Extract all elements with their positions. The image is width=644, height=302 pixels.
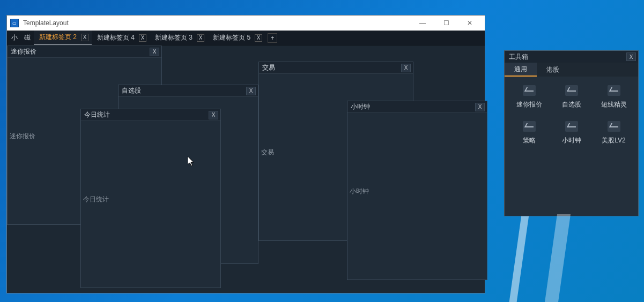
main-window: ▭ TemplateLayout — ☐ ✕ 小 磁 新建标签页 2 X 新建标… (6, 15, 485, 293)
tabstrip: 小 磁 新建标签页 2 X 新建标签页 4 X 新建标签页 3 X 新建标签页 … (7, 31, 485, 46)
tab-label: 新建标签页 5 (213, 33, 250, 42)
panel-header[interactable]: 小时钟 X (347, 101, 487, 113)
toolbox-header[interactable]: 工具箱 X (505, 51, 638, 63)
tool-label: 短线精灵 (601, 100, 627, 109)
window-title: TemplateLayout (23, 19, 69, 27)
panel-close-icon[interactable]: X (150, 48, 159, 56)
tab-label: 新建标签页 4 (97, 33, 135, 42)
panel-header[interactable]: 自选股 X (119, 85, 258, 97)
tab-close-icon[interactable]: X (255, 34, 262, 42)
chart-icon (565, 85, 578, 96)
tab-new-4[interactable]: 新建标签页 4 X (92, 31, 150, 45)
tool-item-us-lv2[interactable]: 美股LV2 (593, 121, 635, 145)
toolbox-close-icon[interactable]: X (626, 52, 636, 61)
panel-body-label: 交易 (261, 148, 274, 157)
toolbox-tab-label: 通用 (514, 65, 527, 74)
panel-small-clock[interactable]: 小时钟 X 小时钟 (347, 101, 487, 280)
panel-body: 小时钟 (347, 113, 487, 119)
tabstrip-btn-magnet[interactable]: 磁 (21, 33, 34, 42)
tab-new-5[interactable]: 新建标签页 5 X (208, 31, 265, 45)
tool-item-small-clock[interactable]: 小时钟 (550, 121, 593, 145)
tab-label: 新建标签页 2 (39, 33, 77, 42)
tab-new-3[interactable]: 新建标签页 3 X (150, 31, 208, 45)
panel-title: 今日统计 (84, 110, 209, 119)
tool-label: 美股LV2 (602, 136, 625, 145)
toolbox-tabs: 通用 港股 (505, 63, 638, 77)
toolbox-window[interactable]: 工具箱 X 通用 港股 迷你报价 自选股 短线精灵 策略 小时钟 美股LV2 (504, 50, 639, 216)
close-button[interactable]: ✕ (458, 16, 482, 31)
panel-title: 交易 (262, 63, 401, 72)
panel-today-stats[interactable]: 今日统计 X 今日统计 (80, 109, 221, 288)
toolbox-grid: 迷你报价 自选股 短线精灵 策略 小时钟 美股LV2 (505, 77, 638, 154)
chart-icon (565, 121, 578, 132)
app-icon: ▭ (10, 19, 19, 27)
tab-close-icon[interactable]: X (197, 34, 204, 42)
tool-label: 策略 (523, 136, 536, 145)
minimize-button[interactable]: — (411, 16, 434, 31)
panel-close-icon[interactable]: X (246, 87, 256, 95)
panel-body: 今日统计 (81, 121, 220, 127)
panel-body: 迷你报价 (8, 58, 161, 64)
panel-title: 小时钟 (351, 102, 475, 111)
tool-label: 小时钟 (562, 136, 581, 145)
panel-close-icon[interactable]: X (401, 64, 411, 72)
add-tab-button[interactable]: + (268, 33, 277, 43)
panel-body: 交易 (259, 74, 413, 80)
panel-body (119, 97, 258, 103)
chart-icon (523, 85, 536, 96)
panel-header[interactable]: 迷你报价 X (8, 46, 161, 58)
panel-body-label: 小时钟 (350, 187, 369, 196)
panel-title: 迷你报价 (11, 47, 150, 56)
chart-icon (608, 121, 620, 132)
tool-item-shortline[interactable]: 短线精灵 (593, 85, 635, 109)
maximize-button[interactable]: ☐ (434, 16, 458, 31)
tool-item-strategy[interactable]: 策略 (508, 121, 550, 145)
toolbox-title: 工具箱 (509, 52, 626, 62)
tab-new-2[interactable]: 新建标签页 2 X (34, 31, 92, 45)
panel-body-label: 迷你报价 (10, 132, 35, 141)
panel-body-label: 今日统计 (83, 195, 109, 204)
toolbox-tab-hk[interactable]: 港股 (537, 63, 569, 77)
tool-label: 迷你报价 (516, 100, 542, 109)
toolbox-tab-label: 港股 (546, 65, 559, 74)
tool-item-mini-quote[interactable]: 迷你报价 (508, 85, 550, 109)
tabstrip-btn-small[interactable]: 小 (8, 33, 21, 42)
panel-close-icon[interactable]: X (475, 103, 485, 111)
tab-label: 新建标签页 3 (155, 33, 193, 42)
titlebar: ▭ TemplateLayout — ☐ ✕ (7, 16, 485, 31)
tab-close-icon[interactable]: X (81, 34, 88, 41)
panel-title: 自选股 (122, 86, 246, 95)
tool-item-watchlist[interactable]: 自选股 (550, 85, 593, 109)
tool-label: 自选股 (562, 100, 581, 109)
panel-close-icon[interactable]: X (209, 111, 218, 119)
toolbox-tab-general[interactable]: 通用 (505, 63, 537, 77)
panel-header[interactable]: 交易 X (259, 62, 413, 74)
tab-close-icon[interactable]: X (139, 34, 146, 42)
chart-icon (523, 121, 536, 132)
canvas: 迷你报价 X 迷你报价 自选股 X 今日统计 X 今日统计 (7, 46, 485, 293)
chart-icon (608, 85, 620, 96)
panel-header[interactable]: 今日统计 X (81, 109, 220, 121)
